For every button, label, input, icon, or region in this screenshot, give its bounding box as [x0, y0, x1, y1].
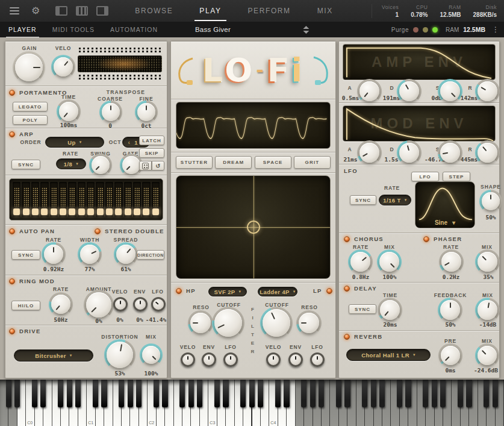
black-key[interactable]	[162, 380, 167, 407]
arp-reset-icon[interactable]: ↺	[152, 161, 164, 171]
space-button[interactable]: SPACE	[255, 156, 291, 169]
xy-puck[interactable]	[247, 221, 260, 234]
hp-lfo-knob[interactable]	[223, 352, 238, 367]
stereo-double-led[interactable]	[95, 228, 101, 234]
black-key[interactable]	[301, 380, 306, 407]
black-key[interactable]	[397, 380, 402, 407]
right-panel-icon[interactable]	[96, 6, 108, 16]
black-key[interactable]	[188, 380, 194, 407]
black-key[interactable]	[136, 380, 142, 407]
black-key[interactable]	[6, 380, 11, 407]
lp-cutoff-knob[interactable]	[263, 309, 290, 337]
keyboard[interactable]: C0C1C2C3C4	[0, 380, 504, 426]
keyboard-panel-icon[interactable]	[76, 6, 88, 16]
black-key[interactable]	[223, 380, 228, 407]
stereo-direction-button[interactable]: DIRECTION	[137, 250, 164, 260]
drive-distortion-knob[interactable]	[107, 342, 133, 368]
black-key[interactable]	[67, 380, 72, 407]
ringmod-env-knob[interactable]	[133, 297, 148, 312]
oct-decrement[interactable]: ‹	[126, 139, 131, 146]
black-key[interactable]	[423, 380, 428, 407]
autopan-rate-knob[interactable]	[44, 245, 63, 264]
black-key[interactable]	[58, 380, 63, 407]
amp-attack-knob[interactable]	[359, 81, 379, 101]
arp-led[interactable]	[9, 131, 15, 137]
hp-filter-led[interactable]	[176, 288, 182, 294]
purge-yellow-dot[interactable]	[423, 27, 428, 33]
tab-midi-tools[interactable]: MIDI TOOLS	[52, 26, 95, 33]
autopan-led[interactable]	[9, 228, 15, 234]
lp-velo-knob[interactable]	[266, 352, 281, 367]
black-key[interactable]	[493, 380, 498, 407]
black-key[interactable]	[310, 380, 316, 407]
velo-knob[interactable]	[54, 57, 73, 77]
hp-reso-knob[interactable]	[190, 313, 211, 333]
black-key[interactable]	[119, 380, 124, 407]
ringmod-led[interactable]	[9, 278, 15, 284]
arp-random-icon[interactable]	[139, 161, 152, 171]
lp-reso-knob[interactable]	[299, 313, 319, 333]
menu-icon[interactable]	[10, 7, 19, 14]
black-key[interactable]	[319, 380, 324, 407]
kebab-menu-icon[interactable]: ⋮	[492, 25, 499, 34]
black-key[interactable]	[458, 380, 463, 407]
black-key[interactable]	[405, 380, 411, 407]
arp-step[interactable]	[13, 182, 20, 217]
drive-led[interactable]	[9, 328, 15, 334]
gain-knob[interactable]	[15, 54, 43, 81]
lfo-sync-button[interactable]: SYNC	[350, 195, 376, 205]
tab-automation[interactable]: AUTOMATION	[110, 26, 158, 33]
delay-mix-knob[interactable]	[478, 300, 497, 320]
black-key[interactable]	[432, 380, 437, 407]
tab-play[interactable]: PLAY	[199, 7, 221, 15]
black-key[interactable]	[32, 380, 37, 407]
delay-led[interactable]	[344, 286, 350, 292]
arp-step[interactable]	[68, 182, 76, 217]
chorus-led[interactable]	[344, 236, 350, 242]
lfo-rate-dropdown[interactable]: 1/16 T▾	[379, 195, 411, 205]
black-key[interactable]	[466, 380, 471, 407]
phaser-led[interactable]	[423, 236, 429, 242]
black-key[interactable]	[40, 380, 46, 407]
hp-type-dropdown[interactable]: SVF 2P▾	[208, 287, 247, 296]
black-key[interactable]	[154, 380, 159, 407]
grit-button[interactable]: GRIT	[294, 156, 331, 169]
tab-player[interactable]: PLAYER	[8, 26, 37, 33]
chorus-mix-knob[interactable]	[379, 252, 399, 272]
xy-pad[interactable]	[176, 175, 331, 279]
black-key[interactable]	[336, 380, 341, 407]
arp-step[interactable]	[31, 182, 39, 217]
arp-swing-knob[interactable]	[92, 156, 110, 174]
phaser-rate-knob[interactable]	[441, 252, 461, 272]
lfo-shape-knob[interactable]	[482, 192, 500, 210]
stutter-button[interactable]: STUTTER	[176, 156, 213, 169]
arp-step[interactable]	[133, 182, 141, 217]
arp-step[interactable]	[40, 182, 48, 217]
left-panel-icon[interactable]	[55, 6, 67, 16]
drive-mode-dropdown[interactable]: Bitcrusher▾	[14, 349, 93, 362]
arp-sync-button[interactable]: SYNC	[11, 160, 40, 169]
black-key[interactable]	[379, 380, 385, 407]
hp-velo-knob[interactable]	[181, 352, 195, 367]
amp-release-knob[interactable]	[478, 81, 497, 101]
mod-attack-knob[interactable]	[359, 143, 379, 163]
arp-step[interactable]	[78, 182, 86, 217]
ringmod-rate-knob[interactable]	[51, 295, 70, 314]
purge-red-dot[interactable]	[413, 27, 418, 33]
fine-knob[interactable]	[137, 103, 155, 121]
arp-step[interactable]	[105, 182, 113, 217]
purge-green-dot[interactable]	[432, 27, 438, 33]
arp-step[interactable]	[124, 182, 132, 217]
arp-step[interactable]	[142, 182, 150, 217]
arp-step[interactable]	[59, 182, 67, 217]
ringmod-velo-knob[interactable]	[113, 297, 128, 312]
arp-step[interactable]	[152, 182, 160, 217]
delay-time-knob[interactable]	[380, 300, 400, 320]
drive-mix-knob[interactable]	[142, 346, 160, 364]
tab-mix[interactable]: MIX	[317, 7, 333, 15]
black-key[interactable]	[128, 380, 133, 407]
porta-time-knob[interactable]	[59, 102, 78, 121]
black-key[interactable]	[197, 380, 202, 407]
black-key[interactable]	[214, 380, 220, 407]
black-key[interactable]	[284, 380, 289, 407]
